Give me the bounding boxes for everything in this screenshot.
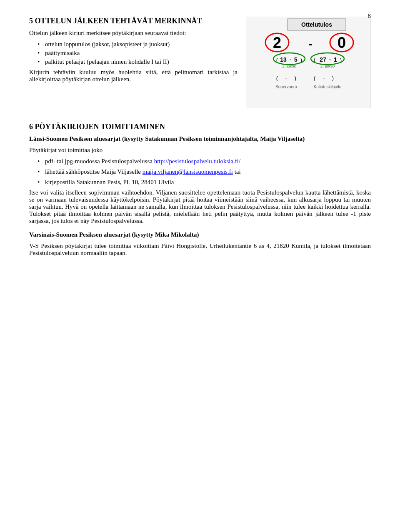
svg-text:(: ( [314, 75, 316, 81]
list-item: ottelun lopputulos (jaksot, jaksopisteet… [38, 41, 238, 48]
list-item: päättymisaika [38, 50, 238, 57]
section-6-intro: Länsi-Suomen Pesiksen aluesarjat (kysytt… [29, 135, 371, 142]
svg-text:-: - [323, 75, 325, 81]
section-6-intro-bold: Länsi-Suomen Pesiksen aluesarjat (kysytt… [29, 135, 305, 142]
bullet-2-link[interactable]: maija.viljanen@lansisuomenpesis.fi [142, 168, 233, 175]
svg-text:Kotiutuskilpailu: Kotiutuskilpailu [314, 85, 342, 89]
list-item: lähettää sähköpostitse Maija Viljaselle … [38, 168, 371, 175]
list-item: pdf- tai jpg-muodossa Pesistulospalvelus… [38, 158, 371, 165]
svg-text:1: 1 [334, 56, 337, 63]
bullet-3-text-before: kirjepostilla Satakunnan Pesis, PL 10, 2… [45, 179, 174, 185]
svg-text:(: ( [276, 75, 278, 81]
section-5: 5 OTTELUN JÄLKEEN TEHTÄVÄT MERKINNÄT Ott… [29, 17, 371, 110]
list-item: palkitut pelaajat (pelaajan nimen kohdal… [38, 58, 238, 65]
svg-text:): ) [295, 75, 296, 81]
svg-text:Supervuoro: Supervuoro [275, 85, 297, 89]
svg-text:-: - [329, 56, 331, 63]
svg-text:-: - [285, 75, 288, 81]
svg-text:5: 5 [294, 56, 298, 63]
section-5-text: 5 OTTELUN JÄLKEEN TEHTÄVÄT MERKINNÄT Ott… [29, 17, 238, 110]
score-card-image: Ottelutulos 2 - 0 ( 13 - 5 ) ( 27 - 1 [246, 17, 371, 110]
svg-text:-: - [308, 37, 312, 50]
section-6-sub-intro: Pöytäkirjat voi toimittaa joko [29, 147, 371, 154]
list-item: kirjepostilla Satakunnan Pesis, PL 10, 2… [38, 179, 371, 186]
svg-text:Ottelutulos: Ottelutulos [301, 21, 332, 28]
bullet-2-text-before: lähettää sähköpostitse Maija Viljaselle [45, 168, 142, 175]
svg-text:13: 13 [280, 56, 287, 63]
section-6-header: 6 PÖYTÄKIRJOJEN TOIMITTAMINEN [29, 122, 371, 131]
bullet-2-text-after: tai [233, 168, 241, 175]
svg-text:0: 0 [338, 34, 346, 51]
svg-text:27: 27 [320, 56, 326, 63]
varsinais-header-bold: Varsinais-Suomen Pesiksen aluesarjat (ky… [29, 231, 199, 238]
section-5-paragraph: Kirjurin tehtäviin kuuluu myös huolehtia… [29, 69, 238, 83]
section-varsinais-header: Varsinais-Suomen Pesiksen aluesarjat (ky… [29, 231, 371, 238]
section-6-paragraph-1: Itse voi valita itselleen sopivimman vai… [29, 189, 371, 225]
svg-text:): ) [332, 75, 334, 81]
svg-text:-: - [290, 56, 292, 63]
page-number: 8 [368, 12, 371, 20]
section-varsinais-text: V-S Pesiksen pöytäkirjat tulee toimittaa… [29, 242, 371, 257]
section-6-bullets: pdf- tai jpg-muodossa Pesistulospalvelus… [29, 158, 371, 186]
svg-text:1. jakso: 1. jakso [282, 64, 297, 68]
svg-text:2. jakso: 2. jakso [320, 64, 335, 68]
section-5-intro: Ottelun jälkeen kirjuri merkitsee pöytäk… [29, 30, 238, 37]
section-5-bullets: ottelun lopputulos (jaksot, jaksopisteet… [29, 41, 238, 65]
bullet-1-link[interactable]: http://pesistulospalvelu.tuloksia.fi/ [154, 158, 241, 165]
section-5-header: 5 OTTELUN JÄLKEEN TEHTÄVÄT MERKINNÄT [29, 17, 238, 25]
bullet-1-text-before: pdf- tai jpg-muodossa Pesistulospalvelus… [45, 158, 154, 165]
svg-text:2: 2 [273, 34, 281, 51]
section-6: 6 PÖYTÄKIRJOJEN TOIMITTAMINEN Länsi-Suom… [29, 122, 371, 257]
